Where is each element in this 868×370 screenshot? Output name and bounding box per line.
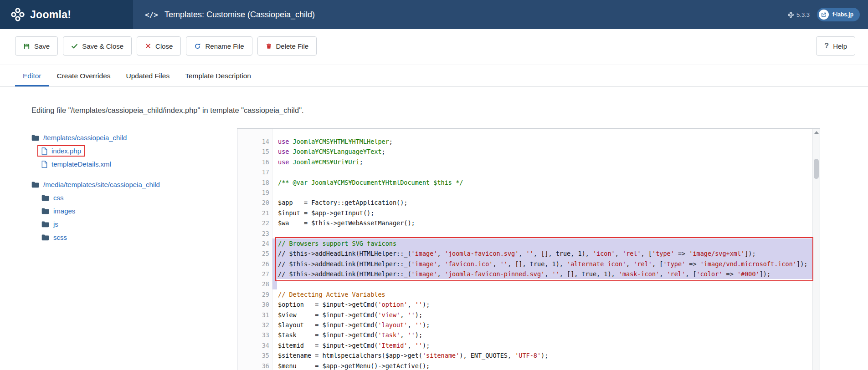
rename-file-button[interactable]: Rename File	[186, 36, 252, 56]
line-content: $sitename = htmlspecialchars($app->get('…	[272, 350, 812, 360]
save-icon	[23, 43, 30, 50]
editor-scrollbar[interactable]	[812, 129, 820, 370]
file-tree: /templates/cassiopeia_childindex.phptemp…	[31, 128, 237, 370]
save-button[interactable]: Save	[15, 36, 58, 56]
line-number: 25	[237, 248, 272, 258]
site-name-label: f-labs.jp	[832, 11, 853, 18]
code-lines: 14use Joomla¥CMS¥HTML¥HTMLHelper;15use J…	[237, 129, 812, 370]
folder-icon	[41, 234, 49, 241]
tree-item-templatedetails-xml[interactable]: templateDetails.xml	[38, 159, 114, 169]
line-content: // Detecting Active Variables	[272, 289, 812, 299]
folder-icon	[31, 134, 39, 141]
tab-create-overrides[interactable]: Create Overrides	[49, 65, 118, 86]
tab-updated-files[interactable]: Updated Files	[118, 65, 178, 86]
delete-file-button[interactable]: Delete File	[257, 36, 317, 56]
line-content: // $this->addHeadLink(HTMLHelper::_('ima…	[272, 248, 812, 258]
tree-item-label: scss	[53, 233, 67, 241]
tree-item-templates-cassiopeia-child[interactable]: /templates/cassiopeia_child	[28, 133, 130, 142]
tab-template-description[interactable]: Template Description	[177, 65, 259, 86]
version-indicator: 5.3.3	[788, 11, 810, 18]
code-line[interactable]: 31$view = $input->getCmd('view', '');	[237, 310, 812, 320]
code-icon: </>	[145, 10, 158, 19]
scrollbar-thumb[interactable]	[814, 159, 819, 179]
line-number: 23	[237, 228, 272, 238]
code-line[interactable]: 21$input = $app->getInput();	[237, 208, 812, 218]
line-content: $wa = $this->getWebAssetManager();	[272, 218, 812, 228]
line-number: 33	[237, 330, 272, 340]
code-line[interactable]: 19	[237, 188, 812, 198]
line-number: 21	[237, 208, 272, 218]
line-number: 28	[237, 279, 272, 289]
tab-editor[interactable]: Editor	[15, 65, 49, 86]
code-line[interactable]: 20$app = Factory::getApplication();	[237, 198, 812, 208]
code-line[interactable]: 32$layout = $input->getCmd('layout', '')…	[237, 320, 812, 330]
line-content: use Joomla¥CMS¥Language¥Text;	[272, 147, 812, 157]
tree-item-scss[interactable]: scss	[38, 233, 70, 242]
line-content	[272, 228, 812, 238]
editor-page: Editing file "/templates/cassiopeia_chil…	[0, 87, 868, 370]
code-line[interactable]: 30$option = $input->getCmd('option', '')…	[237, 299, 812, 309]
code-line[interactable]: 26// $this->addHeadLink(HTMLHelper::_('i…	[237, 259, 812, 269]
code-line[interactable]: 35$sitename = htmlspecialchars($app->get…	[237, 350, 812, 360]
code-line[interactable]: 28	[237, 279, 812, 289]
tree-item-css[interactable]: css	[38, 193, 67, 203]
code-editor[interactable]: 14use Joomla¥CMS¥HTML¥HTMLHelper;15use J…	[237, 128, 820, 370]
help-button[interactable]: ? Help	[816, 36, 855, 56]
trash-icon	[266, 43, 272, 50]
line-number: 34	[237, 340, 272, 350]
line-content: // Browsers support SVG favicons	[272, 238, 812, 248]
tree-item-label: /templates/cassiopeia_child	[43, 134, 127, 142]
code-line[interactable]: 14use Joomla¥CMS¥HTML¥HTMLHelper;	[237, 137, 812, 147]
code-line[interactable]: 33$task = $input->getCmd('task', '');	[237, 330, 812, 340]
code-line[interactable]: 27// $this->addHeadLink(HTMLHelper::_('i…	[237, 269, 812, 279]
file-icon	[41, 161, 47, 168]
close-button[interactable]: Close	[137, 36, 181, 56]
tree-item-label: css	[53, 194, 64, 202]
tree-item-media-templates-site-cassiopeia-child[interactable]: /media/templates/site/cassiopeia_child	[28, 180, 163, 189]
scrollbar-up-arrow-icon[interactable]	[814, 131, 819, 134]
editing-file-note: Editing file "/templates/cassiopeia_chil…	[31, 106, 868, 115]
save-close-button[interactable]: Save & Close	[63, 36, 132, 56]
line-number: 19	[237, 188, 272, 198]
line-number: 36	[237, 361, 272, 370]
line-number: 18	[237, 177, 272, 188]
line-number: 24	[237, 238, 272, 248]
line-content: use Joomla¥CMS¥Uri¥Uri;	[272, 157, 812, 167]
folder-icon	[31, 181, 39, 188]
line-number: 20	[237, 198, 272, 208]
line-content: // $this->addHeadLink(HTMLHelper::_('ima…	[272, 259, 812, 269]
line-content: $view = $input->getCmd('view', '');	[272, 310, 812, 320]
code-line[interactable]: 18/** @var Joomla¥CMS¥Document¥HtmlDocum…	[237, 177, 812, 188]
code-line[interactable]: 24// Browsers support SVG favicons	[237, 238, 812, 248]
code-line[interactable]: 22$wa = $this->getWebAssetManager();	[237, 218, 812, 228]
help-icon: ?	[824, 42, 829, 50]
line-number: 30	[237, 299, 272, 309]
code-line[interactable]: 23	[237, 228, 812, 238]
tree-item-images[interactable]: images	[38, 206, 78, 216]
line-number: 32	[237, 320, 272, 330]
code-line[interactable]: 17	[237, 167, 812, 177]
code-line[interactable]: 34$itemid = $input->getCmd('Itemid', '')…	[237, 340, 812, 350]
check-icon	[71, 43, 78, 50]
tree-item-index-php[interactable]: index.php	[38, 146, 84, 156]
tree-item-js[interactable]: js	[38, 219, 62, 229]
line-number: 31	[237, 310, 272, 320]
joomla-brand[interactable]: Joomla!	[0, 0, 133, 29]
line-content	[272, 167, 812, 177]
line-number: 15	[237, 147, 272, 157]
code-line[interactable]: 15use Joomla¥CMS¥Language¥Text;	[237, 147, 812, 157]
code-line[interactable]: 25// $this->addHeadLink(HTMLHelper::_('i…	[237, 248, 812, 258]
line-number: 16	[237, 157, 272, 167]
line-content: $layout = $input->getCmd('layout', '');	[272, 320, 812, 330]
line-number: 17	[237, 167, 272, 177]
line-content: // $this->addHeadLink(HTMLHelper::_('ima…	[272, 269, 812, 279]
folder-icon	[41, 194, 49, 201]
code-line[interactable]: 36$menu = $app->getMenu()->getActive();	[237, 361, 812, 370]
toolbar: Save Save & Close Close Rename File Dele…	[0, 29, 868, 65]
code-line[interactable]: 16use Joomla¥CMS¥Uri¥Uri;	[237, 157, 812, 167]
site-preview-button[interactable]: f-labs.jp	[817, 8, 860, 21]
tree-row: templateDetails.xml	[31, 157, 237, 171]
code-line[interactable]: 29// Detecting Active Variables	[237, 289, 812, 299]
joomla-version-icon	[788, 12, 794, 18]
line-content: $menu = $app->getMenu()->getActive();	[272, 361, 812, 370]
